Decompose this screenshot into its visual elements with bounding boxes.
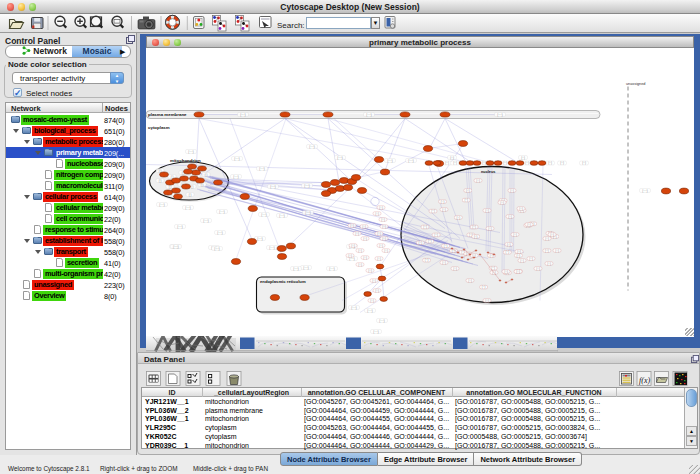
svg-text:(··): (··) xyxy=(485,298,489,302)
svg-text:(····): (····) xyxy=(642,188,647,192)
svg-text:(·): (·) xyxy=(171,174,174,178)
svg-text:(····): (····) xyxy=(159,202,164,206)
svg-text:(····): (····) xyxy=(270,184,275,188)
svg-text:(····): (····) xyxy=(366,112,371,116)
svg-text:(····): (····) xyxy=(173,244,178,248)
svg-text:(····): (····) xyxy=(305,210,310,214)
svg-text:(··): (··) xyxy=(520,258,524,262)
svg-text:(··): (··) xyxy=(560,161,564,165)
svg-text:(····): (····) xyxy=(293,266,298,270)
svg-text:(··): (··) xyxy=(419,240,423,244)
svg-text:(····): (····) xyxy=(177,224,182,228)
svg-text:(··): (··) xyxy=(358,262,362,266)
svg-text:(··): (··) xyxy=(348,253,352,257)
svg-text:(··): (··) xyxy=(384,248,388,252)
svg-text:endoplasmic reticulum: endoplasmic reticulum xyxy=(260,279,306,284)
svg-text:(··): (··) xyxy=(379,243,383,247)
svg-text:(····): (····) xyxy=(497,112,502,116)
svg-text:(····): (····) xyxy=(261,212,266,216)
svg-text:(··): (··) xyxy=(370,298,374,302)
svg-text:(··): (··) xyxy=(441,199,445,203)
svg-text:(··): (··) xyxy=(547,261,551,265)
svg-text:(··): (··) xyxy=(536,266,540,270)
svg-text:(····): (····) xyxy=(304,183,309,187)
svg-text:(····): (····) xyxy=(188,149,193,153)
svg-text:(····): (····) xyxy=(329,266,334,270)
svg-text:(··): (··) xyxy=(381,217,385,221)
svg-text:(··): (··) xyxy=(351,243,355,247)
svg-text:(··): (··) xyxy=(375,211,379,215)
svg-text:(··): (··) xyxy=(485,208,489,212)
svg-text:(··): (··) xyxy=(468,278,472,282)
svg-text:(··): (··) xyxy=(476,178,480,182)
svg-text:(··): (··) xyxy=(545,236,549,240)
svg-text:(··): (··) xyxy=(550,232,554,236)
svg-text:(··): (··) xyxy=(444,244,448,248)
svg-text:(····): (····) xyxy=(203,218,208,222)
svg-text:(··): (··) xyxy=(555,248,559,252)
svg-text:(·): (·) xyxy=(159,178,162,182)
svg-text:(··): (··) xyxy=(372,278,376,282)
svg-text:cytoplasm: cytoplasm xyxy=(148,125,170,130)
svg-text:(····): (····) xyxy=(309,144,314,148)
svg-text:(··): (··) xyxy=(450,155,454,159)
svg-text:(··): (··) xyxy=(442,260,446,264)
svg-text:(··): (··) xyxy=(474,234,478,238)
svg-text:(····): (····) xyxy=(217,230,222,234)
svg-text:(····): (····) xyxy=(379,318,384,322)
svg-text:(····): (····) xyxy=(373,329,378,333)
svg-text:(··): (··) xyxy=(442,207,446,211)
svg-text:f(x): f(x) xyxy=(639,376,650,385)
svg-text:(··): (··) xyxy=(350,223,354,227)
svg-text:(··): (··) xyxy=(516,269,520,273)
svg-text:(··): (··) xyxy=(355,231,359,235)
svg-text:(····): (····) xyxy=(337,155,342,159)
svg-text:(··): (··) xyxy=(368,268,372,272)
svg-text:(··): (··) xyxy=(382,224,386,228)
svg-text:(··): (··) xyxy=(529,256,533,260)
svg-text:(····): (····) xyxy=(367,308,372,312)
svg-text:(·): (·) xyxy=(205,172,208,176)
svg-text:(····): (····) xyxy=(233,174,238,178)
svg-text:(··): (··) xyxy=(517,253,521,257)
svg-text:(··): (··) xyxy=(382,236,386,240)
svg-text:(··): (··) xyxy=(548,161,552,165)
svg-text:(··): (··) xyxy=(363,236,367,240)
svg-text:(·): (·) xyxy=(189,192,192,196)
svg-text:(··): (··) xyxy=(428,239,432,243)
svg-text:(····): (····) xyxy=(408,158,413,162)
svg-text:(··): (··) xyxy=(363,255,367,259)
svg-text:(··): (··) xyxy=(375,288,379,292)
svg-text:(····): (····) xyxy=(269,245,274,249)
svg-text:(··): (··) xyxy=(453,266,457,270)
svg-text:(····): (····) xyxy=(214,246,219,250)
svg-text:mitochondrion: mitochondrion xyxy=(170,158,201,163)
svg-text:(··): (··) xyxy=(545,248,549,252)
svg-text:(··): (··) xyxy=(500,200,504,204)
svg-text:(····): (····) xyxy=(185,205,190,209)
svg-text:(·): (·) xyxy=(159,168,162,172)
svg-text:(··): (··) xyxy=(431,209,435,213)
svg-text:(··): (··) xyxy=(513,232,517,236)
svg-text:(··): (··) xyxy=(519,206,523,210)
svg-text:(··): (··) xyxy=(377,231,381,235)
svg-text:(····): (····) xyxy=(351,305,356,309)
svg-text:nucleus: nucleus xyxy=(481,170,495,174)
svg-text:(··): (··) xyxy=(466,188,470,192)
svg-text:(··): (··) xyxy=(362,224,366,228)
svg-text:(··): (··) xyxy=(582,161,586,165)
svg-text:(··): (··) xyxy=(434,233,438,237)
svg-text:(··): (··) xyxy=(472,225,476,229)
svg-text:(··): (··) xyxy=(423,225,427,229)
svg-text:(··): (··) xyxy=(445,161,449,165)
svg-text:(··): (··) xyxy=(527,222,531,226)
svg-text:(····): (····) xyxy=(257,236,262,240)
svg-text:(····): (····) xyxy=(387,158,392,162)
svg-text:(····): (····) xyxy=(259,166,264,170)
svg-text:(··): (··) xyxy=(504,269,508,273)
svg-text:(····): (····) xyxy=(234,156,239,160)
svg-text:(··): (··) xyxy=(457,215,461,219)
svg-text:(··): (··) xyxy=(503,161,507,165)
svg-text:(····): (····) xyxy=(279,213,284,217)
svg-text:(··): (··) xyxy=(358,248,362,252)
